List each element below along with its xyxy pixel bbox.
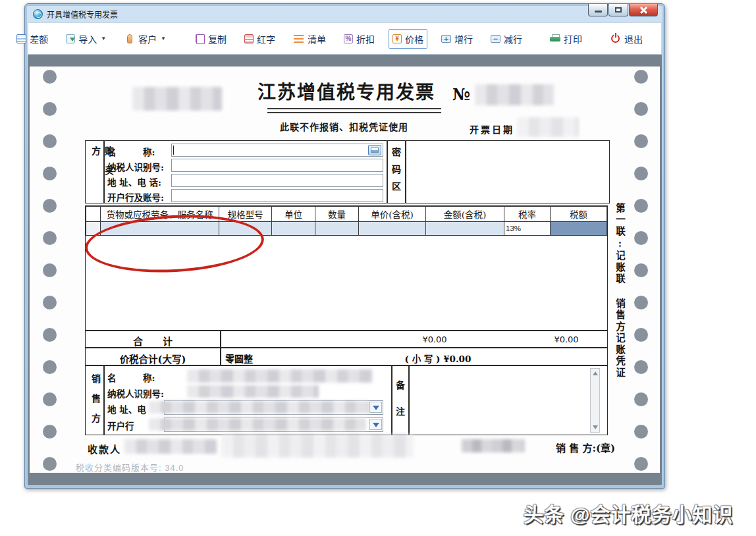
total-tax-value: ¥0.00 [527,335,606,344]
copy-icon [194,34,205,44]
remove-row-icon: − [491,35,500,43]
unit-price-cell[interactable] [359,222,426,236]
exit-button[interactable]: 退出 [606,29,647,49]
col-header-tax-rate[interactable]: 税率 [504,207,551,222]
minimize-button[interactable] [588,4,608,16]
perforation-dot [634,425,648,439]
perforation-dot [43,296,57,309]
perforation-dot [634,392,648,406]
invoice-subtitle: 此联不作报销、扣税凭证使用 [280,120,408,133]
minimize-icon [595,11,602,13]
difference-button[interactable]: 差额 [13,29,52,49]
row-selector-header [86,207,101,222]
buyer-taxid-input[interactable] [171,159,383,172]
qty-cell[interactable] [315,222,359,236]
redacted-code-block [132,87,222,111]
app-window: 开具增值税专用发票 差额 导入 ▼ 客户 ▼ 复制 红字 [24,3,665,489]
invoice-copy-label: 第一联:记账联 销售方记账凭证 [613,203,627,444]
perforation-dot [43,392,57,406]
difference-icon [16,34,26,43]
customer-icon [124,34,135,44]
scroll-down-icon[interactable] [593,425,598,429]
perforation-dot [43,102,57,116]
remarks-label: 备注 [393,381,406,433]
close-button[interactable] [629,4,658,16]
amount-cell[interactable] [426,222,504,236]
bank-dropdown-button[interactable] [369,419,382,430]
tax-amount-cell[interactable] [551,222,607,236]
import-button[interactable]: 导入 ▼ [62,29,110,49]
add-row-icon: + [441,35,451,43]
redacted-reviewer [221,434,414,458]
col-header-tax-amount[interactable]: 税额 [551,207,607,222]
redacted-invoice-number [475,84,554,105]
title-bar[interactable]: 开具增值税专用发票 [28,6,662,22]
chevron-down-icon: ▼ [101,36,106,41]
col-header-unit[interactable]: 单位 [272,207,315,222]
print-button[interactable]: 打印 [546,29,586,49]
window-title: 开具增值税专用发票 [47,9,118,20]
seller-section: 销售方 名 称: 纳税人识别号: 地 址、电 开户行 备注 [85,365,608,435]
buyer-bank-label: 开户行及账号: [107,190,164,203]
buyer-bank-input[interactable] [171,189,383,202]
price-button[interactable]: ¥ 价格 [389,29,427,49]
copy-button[interactable]: 复制 [190,29,230,49]
perforation-dot [634,134,648,148]
perforation-dot [634,457,648,471]
perforation-dot [634,102,648,116]
chevron-down-icon: ▼ [161,36,166,41]
buyer-name-input[interactable] [171,144,383,157]
price-icon: ¥ [392,34,402,43]
perforation-dot [43,263,57,277]
buyer-address-input[interactable] [171,174,383,187]
perforation-dot [43,199,57,213]
remarks-scrollbar[interactable] [590,368,600,433]
toolbar: 差额 导入 ▼ 客户 ▼ 复制 红字 清单 % 折扣 ¥ [28,22,662,55]
import-icon [66,34,75,43]
grand-total-row: 价税合计(大写) 零圆整 ( 小 写 ) ¥0.00 [85,348,608,365]
buyer-taxid-label: 纳税人识别号: [107,160,164,173]
seller-taxid-label: 纳税人识别号: [107,387,164,400]
red-invoice-button[interactable]: 红字 [240,29,279,49]
invoice-paper: 江苏增值税专用发票 此联不作报销、扣税凭证使用 № 开票日期 购买方 名 称: … [30,67,660,473]
perforation-dot [43,70,57,84]
perforation-dot [634,296,648,309]
seller-bank-label: 开户行 [107,419,134,432]
tax-rate-cell[interactable]: 13% [504,222,551,236]
redacted-issuer [462,439,525,452]
perforation-dot [43,134,57,148]
col-header-amount[interactable]: 金额(含税) [426,207,504,222]
redacted-seller-taxid [187,385,319,398]
seller-side-label: 销售方 [89,374,102,433]
customer-button[interactable]: 客户 ▼ [120,29,170,49]
unit-cell[interactable] [272,222,315,236]
col-header-unit-price[interactable]: 单价(含税) [359,207,426,222]
remarks-area[interactable] [409,366,608,434]
remove-row-button[interactable]: − 减行 [487,29,526,49]
add-row-button[interactable]: + 增行 [437,29,477,49]
redacted-seller-address [149,401,369,414]
app-icon [33,9,43,19]
close-icon [639,6,647,14]
perforation-dot [634,231,648,245]
perforation-dot [634,263,648,277]
discount-button[interactable]: % 折扣 [340,29,379,49]
amount-in-words: 零圆整 [225,352,253,365]
amount-in-figures: ( 小 写 ) ¥0.00 [389,352,487,365]
col-header-qty[interactable]: 数量 [315,207,359,222]
payee-label: 收款人 [88,442,121,456]
perforation-dot [43,360,57,374]
perforation-dot [634,199,648,213]
totals-label: 合 计 [86,334,220,348]
maximize-button[interactable] [608,4,628,16]
buyer-lookup-button[interactable] [368,145,381,155]
perforation-dot [634,328,648,342]
list-button[interactable]: 清单 [289,29,330,49]
address-dropdown-button[interactable] [369,402,382,413]
tax-code-version: 税收分类编码版本号: 34.0 [76,461,184,473]
scroll-up-icon[interactable] [593,371,598,375]
perforation-dot [43,425,57,439]
invoice-region-title: 江苏增值税专用发票 [231,78,462,104]
discount-icon: % [344,34,353,43]
password-area [406,141,610,202]
